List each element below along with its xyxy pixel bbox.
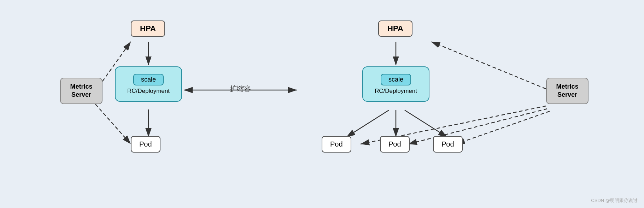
left-rc-deployment: scale RC/Deployment	[115, 66, 182, 102]
right-scale-badge: scale	[381, 74, 411, 85]
svg-line-14	[408, 109, 547, 144]
right-pod-box-3: Pod	[433, 136, 463, 153]
right-pod-box-1: Pod	[322, 136, 351, 153]
svg-line-9	[346, 110, 389, 137]
svg-line-12	[431, 42, 551, 91]
right-rc-deployment: scale RC/Deployment	[362, 66, 429, 102]
left-scale-badge: scale	[133, 74, 164, 85]
svg-line-11	[405, 110, 447, 137]
watermark: CSDN @明明跟你说过	[591, 197, 638, 204]
svg-line-6	[95, 104, 131, 144]
right-pod-2: Pod	[380, 136, 410, 153]
right-metrics-box: Metrics Server	[546, 78, 589, 104]
left-rc-box: scale RC/Deployment	[115, 66, 182, 102]
right-rc-box: scale RC/Deployment	[362, 66, 429, 102]
left-hpa-box: HPA	[131, 20, 165, 37]
right-pod-3: Pod	[433, 136, 463, 153]
right-hpa-box: HPA	[378, 20, 412, 37]
right-pod-box-2: Pod	[380, 136, 410, 153]
left-metrics-server: Metrics Server	[60, 78, 103, 104]
left-metrics-box: Metrics Server	[60, 78, 103, 104]
left-hpa: HPA	[131, 20, 165, 37]
right-pod-1: Pod	[322, 136, 351, 153]
left-pod: Pod	[131, 136, 160, 153]
expand-label: 扩缩容	[230, 84, 251, 94]
right-hpa: HPA	[378, 20, 412, 37]
svg-line-15	[456, 111, 550, 144]
right-metrics-server: Metrics Server	[546, 78, 589, 104]
left-pod-box: Pod	[131, 136, 160, 153]
